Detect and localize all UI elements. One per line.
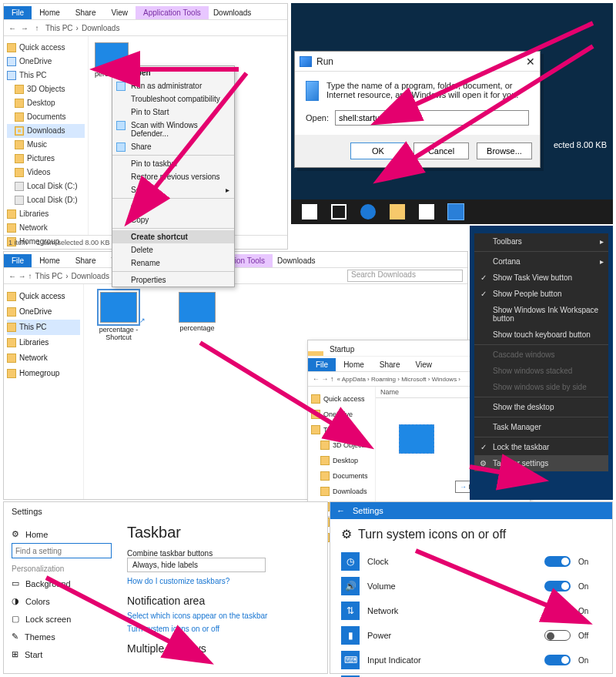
menu-item[interactable]: Taskbar settings xyxy=(474,455,608,471)
menu-item[interactable]: Cortana xyxy=(474,253,608,270)
store-icon[interactable] xyxy=(419,204,434,220)
link-customize[interactable]: How do I customize taskbars? xyxy=(127,577,320,585)
tree-item[interactable]: Quick access xyxy=(7,289,80,304)
sidebar-item[interactable]: ⊞Start xyxy=(12,645,112,663)
toggle[interactable] xyxy=(544,556,571,567)
menu-item[interactable]: Run as administrator xyxy=(112,79,234,92)
tab-home[interactable]: Home xyxy=(336,358,372,371)
menu-item[interactable]: Show Task View button xyxy=(474,270,608,286)
menu-item[interactable]: Create shortcut xyxy=(112,230,234,243)
crumb-leaf[interactable]: Downloads xyxy=(82,24,119,32)
nav-up-icon[interactable]: ↑ xyxy=(32,22,42,33)
menu-item[interactable]: Restore previous versions xyxy=(112,170,234,183)
tree-item[interactable]: Videos xyxy=(7,166,85,179)
taskbar[interactable] xyxy=(291,199,613,224)
tab-file[interactable]: File xyxy=(308,358,336,371)
menu-item[interactable]: Pin to Start xyxy=(112,106,234,119)
toggle[interactable] xyxy=(544,581,571,592)
combine-select[interactable]: Always, hide labels xyxy=(127,558,266,572)
browse-button[interactable]: Browse... xyxy=(477,142,532,159)
tree-item[interactable]: Documents xyxy=(7,110,85,124)
sidebar-item[interactable]: ▭Background xyxy=(12,575,112,592)
menu-item[interactable]: Send to xyxy=(112,183,234,196)
toggle[interactable] xyxy=(544,605,571,616)
tab-application-tools[interactable]: Application Tools xyxy=(136,6,209,19)
tree-item[interactable]: 3D Objects xyxy=(311,437,372,453)
toggle[interactable] xyxy=(544,655,571,665)
tree-item[interactable]: OneDrive xyxy=(7,55,85,69)
tree-item[interactable]: Libraries xyxy=(7,207,85,221)
tab-file[interactable]: File xyxy=(4,6,32,19)
home-link[interactable]: ⚙ Home xyxy=(12,525,112,543)
search-input[interactable]: Search Downloads xyxy=(347,270,463,282)
tree-item[interactable]: Libraries xyxy=(7,335,80,350)
menu-item[interactable]: Pin to taskbar xyxy=(112,157,234,170)
tree-item[interactable]: Local Disk (D:) xyxy=(7,193,85,207)
open-input[interactable] xyxy=(335,110,529,126)
nav-tree[interactable]: Quick accessOneDriveThis PCLibrariesNetw… xyxy=(4,284,84,499)
toggle[interactable] xyxy=(544,630,571,641)
menu-item[interactable]: Show the desktop xyxy=(474,399,608,415)
tree-item[interactable]: Quick access xyxy=(7,41,85,55)
sidebar-item[interactable]: ▢Lock screen xyxy=(12,610,112,628)
tree-item[interactable]: Local Disk (C:) xyxy=(7,179,85,193)
crumb-root[interactable]: This PC xyxy=(35,272,63,280)
tab-view[interactable]: View xyxy=(104,6,136,19)
link-select-icons[interactable]: Select which icons appear on the taskbar xyxy=(127,612,320,620)
edge-icon[interactable] xyxy=(360,204,376,220)
tab-file[interactable]: File xyxy=(4,254,32,267)
tree-item[interactable]: Desktop xyxy=(7,96,85,110)
file-item[interactable]: ↗percentage - Shortcut xyxy=(92,292,146,341)
menu-item[interactable]: Open xyxy=(112,66,234,79)
find-setting-input[interactable] xyxy=(12,543,112,558)
menu-item[interactable]: Scan with Windows Defender... xyxy=(112,119,234,140)
tab-view[interactable]: View xyxy=(408,358,440,371)
cancel-button[interactable]: Cancel xyxy=(413,142,469,159)
tree-item[interactable]: 3D Objects xyxy=(7,82,85,96)
menu-item[interactable]: Properties xyxy=(112,273,234,287)
sidebar-item[interactable]: ◑Colors xyxy=(12,592,112,610)
tree-item[interactable]: Quick access xyxy=(311,391,372,407)
tab-share[interactable]: Share xyxy=(68,254,104,267)
start-icon[interactable] xyxy=(302,204,317,220)
menu-item[interactable]: Show People button xyxy=(474,286,608,302)
taskview-icon[interactable] xyxy=(331,204,346,220)
menu-item[interactable]: Troubleshoot compatibility xyxy=(112,92,234,106)
menu-item[interactable]: Toolbars xyxy=(474,233,608,250)
menu-item[interactable]: Rename xyxy=(112,256,234,270)
tree-item[interactable]: Network xyxy=(7,221,85,235)
menu-item[interactable]: Copy xyxy=(112,213,234,226)
explorer-icon[interactable] xyxy=(390,204,405,220)
sidebar-item[interactable]: ✎Themes xyxy=(12,628,112,645)
crumb-root[interactable]: This PC xyxy=(45,24,73,32)
menu-item[interactable]: Cut xyxy=(112,200,234,213)
context-menu[interactable]: OpenRun as administratorTroubleshoot com… xyxy=(112,65,235,287)
tab-home[interactable]: Home xyxy=(32,254,68,267)
menu-item[interactable]: Show Windows Ink Workspace button xyxy=(474,302,608,327)
menu-item[interactable]: Share xyxy=(112,140,234,153)
nav-fwd-icon[interactable]: → xyxy=(19,22,30,33)
tree-item[interactable]: This PC xyxy=(311,422,372,437)
tree-item[interactable]: Music xyxy=(7,138,85,152)
tab-share[interactable]: Share xyxy=(68,6,104,19)
run-taskbar-icon[interactable] xyxy=(448,204,464,220)
close-icon[interactable]: ✕ xyxy=(526,55,535,68)
tab-home[interactable]: Home xyxy=(32,6,68,19)
back-icon[interactable]: ← xyxy=(336,506,345,515)
tree-item[interactable]: Downloads xyxy=(7,124,85,138)
dragged-file[interactable] xyxy=(399,424,445,454)
link-system-icons[interactable]: Turn system icons on or off xyxy=(127,625,320,633)
tree-item[interactable]: OneDrive xyxy=(7,304,80,320)
file-pane[interactable]: ↗percentage - Shortcutpercentage Startup… xyxy=(84,284,467,499)
file-item[interactable]: percentage xyxy=(170,292,224,332)
tree-item[interactable]: Downloads xyxy=(311,484,372,499)
tab-share[interactable]: Share xyxy=(372,358,408,371)
tree-item[interactable]: Pictures xyxy=(7,152,85,166)
nav-tree[interactable]: Quick accessOneDriveThis PC3D ObjectsDes… xyxy=(4,36,89,235)
tree-item[interactable]: This PC xyxy=(7,69,85,82)
ok-button[interactable]: OK xyxy=(350,142,406,159)
menu-item[interactable]: Task Manager xyxy=(474,419,608,435)
taskbar-context-menu[interactable]: ToolbarsCortanaShow Task View buttonShow… xyxy=(474,233,608,471)
tree-item[interactable]: Network xyxy=(7,350,80,366)
tree-item[interactable]: Homegroup xyxy=(7,366,80,381)
